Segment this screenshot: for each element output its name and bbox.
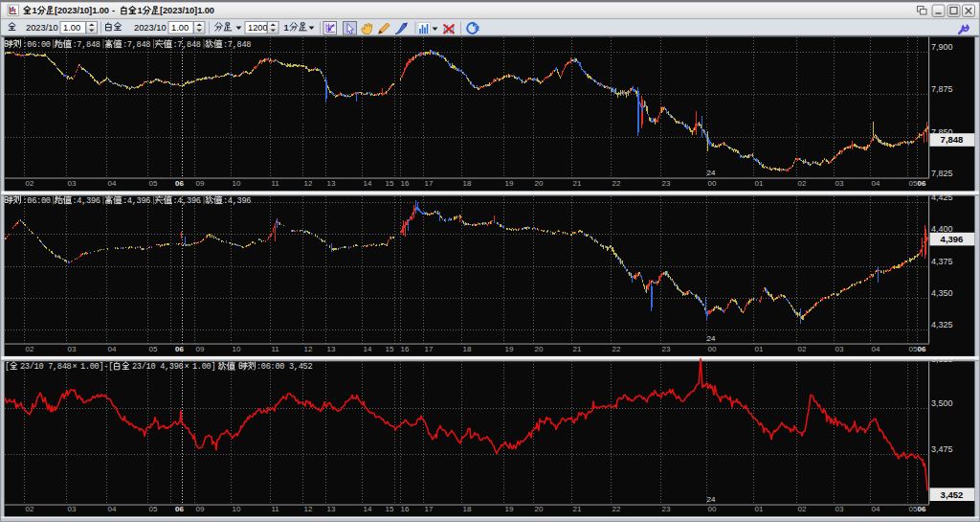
svg-text:23: 23: [662, 179, 671, 188]
svg-text:03: 03: [68, 179, 77, 188]
svg-text:19: 19: [505, 345, 514, 353]
svg-text:09: 09: [196, 345, 205, 353]
svg-text:24: 24: [707, 495, 716, 504]
svg-text:02: 02: [798, 345, 807, 353]
svg-text:06: 06: [918, 505, 926, 513]
svg-text:20: 20: [535, 505, 544, 513]
svg-text:09: 09: [196, 505, 205, 513]
svg-text:11: 11: [272, 345, 280, 353]
svg-text:1.00]-[: 1.00]-[: [80, 362, 113, 372]
svg-text:23/10 4,396: 23/10 4,396: [132, 362, 184, 372]
svg-text:01: 01: [755, 345, 764, 353]
svg-text:21: 21: [573, 345, 582, 353]
svg-text:22: 22: [612, 345, 621, 353]
svg-text:7,825: 7,825: [931, 169, 953, 178]
svg-text:7,848: 7,848: [941, 134, 964, 145]
svg-text:-: -: [112, 6, 115, 15]
svg-text:×: ×: [73, 362, 78, 372]
svg-text:2023/10: 2023/10: [26, 23, 58, 33]
svg-text:01: 01: [755, 505, 764, 513]
svg-text:12: 12: [304, 179, 313, 188]
svg-text:14: 14: [364, 505, 372, 513]
svg-text:06: 06: [175, 345, 184, 353]
svg-text:11: 11: [272, 179, 280, 188]
svg-text:R: R: [475, 25, 479, 32]
svg-text:06: 06: [175, 505, 184, 513]
svg-text::06:00: :06:00: [23, 196, 51, 206]
svg-text:03: 03: [68, 505, 77, 513]
svg-text:1.00]: 1.00]: [192, 362, 215, 372]
svg-text:4,400: 4,400: [931, 224, 953, 234]
svg-text:15: 15: [386, 179, 394, 188]
svg-text:00: 00: [708, 505, 717, 513]
svg-text:04: 04: [108, 179, 117, 188]
svg-text:06: 06: [918, 345, 926, 353]
svg-text:03: 03: [835, 345, 844, 353]
svg-text:16: 16: [401, 345, 410, 353]
svg-text:21: 21: [573, 179, 582, 188]
svg-text:4,375: 4,375: [931, 257, 953, 266]
svg-text:23: 23: [662, 345, 671, 353]
svg-text:7,900: 7,900: [931, 42, 953, 52]
svg-text:03: 03: [835, 505, 844, 513]
svg-text::06:00: :06:00: [23, 40, 51, 50]
svg-text:16: 16: [401, 179, 410, 188]
svg-text:14: 14: [364, 179, 372, 188]
svg-text:05: 05: [149, 345, 158, 353]
svg-text:4,350: 4,350: [931, 288, 953, 298]
svg-text:03: 03: [835, 179, 844, 188]
svg-text:17: 17: [425, 345, 434, 353]
svg-text:[2023/10]1.00: [2023/10]1.00: [55, 6, 109, 15]
svg-text:09: 09: [196, 179, 205, 188]
svg-text::7,848: :7,848: [122, 40, 150, 50]
svg-text:24: 24: [707, 169, 716, 177]
svg-text:15: 15: [386, 505, 394, 513]
svg-text:17: 17: [425, 179, 434, 188]
svg-text:02: 02: [798, 179, 807, 188]
svg-text:17: 17: [425, 505, 434, 513]
svg-text:10: 10: [233, 179, 241, 188]
svg-text:3,500: 3,500: [931, 398, 953, 408]
svg-text:[: [: [5, 362, 10, 372]
svg-text:05: 05: [149, 505, 158, 513]
svg-text::7,848: :7,848: [223, 40, 251, 50]
svg-text:1: 1: [138, 6, 143, 15]
svg-text:23: 23: [662, 505, 671, 513]
svg-text:[2023/10]1.00: [2023/10]1.00: [160, 6, 214, 15]
svg-text:4,396: 4,396: [941, 234, 964, 244]
svg-text::7,848: :7,848: [73, 40, 100, 50]
svg-text:04: 04: [108, 345, 117, 353]
svg-text:22: 22: [612, 505, 621, 513]
svg-text:13: 13: [327, 505, 336, 513]
svg-text:04: 04: [872, 345, 880, 353]
svg-text::06:00 3,452: :06:00 3,452: [256, 362, 312, 372]
svg-text:12: 12: [304, 505, 313, 513]
svg-text:1.00: 1.00: [63, 23, 80, 33]
svg-text:18: 18: [463, 345, 472, 353]
svg-text:02: 02: [798, 505, 807, 513]
svg-text:4,425: 4,425: [931, 193, 953, 202]
svg-text:19: 19: [505, 179, 514, 188]
svg-text:16: 16: [401, 505, 410, 513]
svg-text:18: 18: [463, 505, 472, 513]
svg-text:06: 06: [175, 179, 184, 188]
svg-text:24: 24: [707, 334, 716, 343]
svg-text:13: 13: [327, 179, 336, 188]
svg-text:7,875: 7,875: [931, 84, 953, 94]
svg-text:02: 02: [26, 345, 34, 353]
svg-text:20: 20: [535, 345, 544, 353]
svg-text::4,396: :4,396: [122, 196, 150, 206]
svg-text:4,325: 4,325: [931, 320, 953, 329]
svg-text:3,475: 3,475: [931, 444, 953, 454]
svg-text:02: 02: [26, 505, 34, 513]
svg-text::4,396: :4,396: [173, 196, 201, 206]
svg-text:10: 10: [233, 345, 241, 353]
svg-text:03: 03: [68, 345, 77, 353]
svg-text:01: 01: [755, 179, 764, 188]
svg-text:04: 04: [872, 179, 880, 188]
svg-text:21: 21: [573, 505, 582, 513]
svg-text::4,396: :4,396: [223, 196, 251, 206]
svg-text:1: 1: [33, 6, 37, 15]
svg-text:11: 11: [272, 505, 280, 513]
svg-text:12: 12: [304, 345, 313, 353]
